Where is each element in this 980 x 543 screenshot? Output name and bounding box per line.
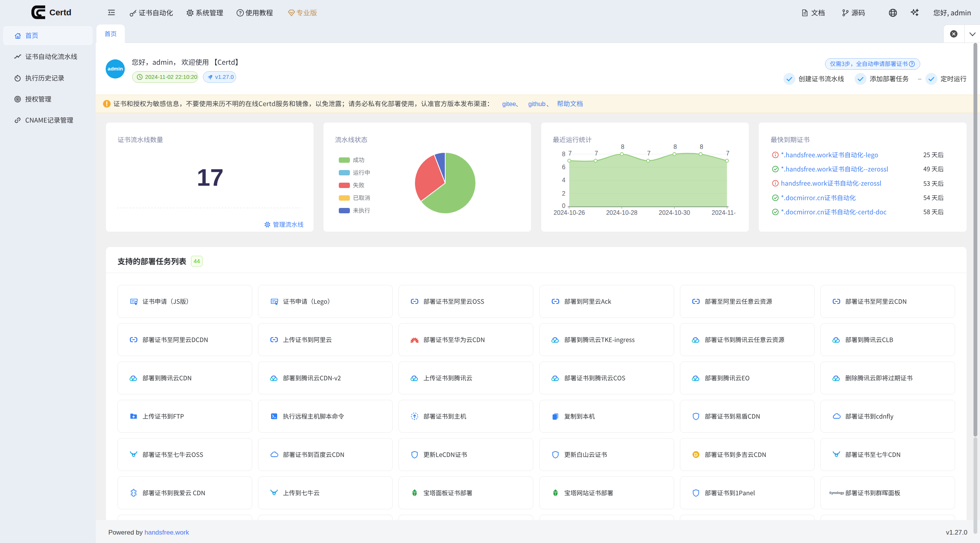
svg-text:Synology: Synology (829, 491, 844, 495)
svg-text:?: ? (911, 62, 913, 66)
svg-text:?: ? (239, 10, 242, 16)
svg-text:D: D (694, 452, 697, 458)
